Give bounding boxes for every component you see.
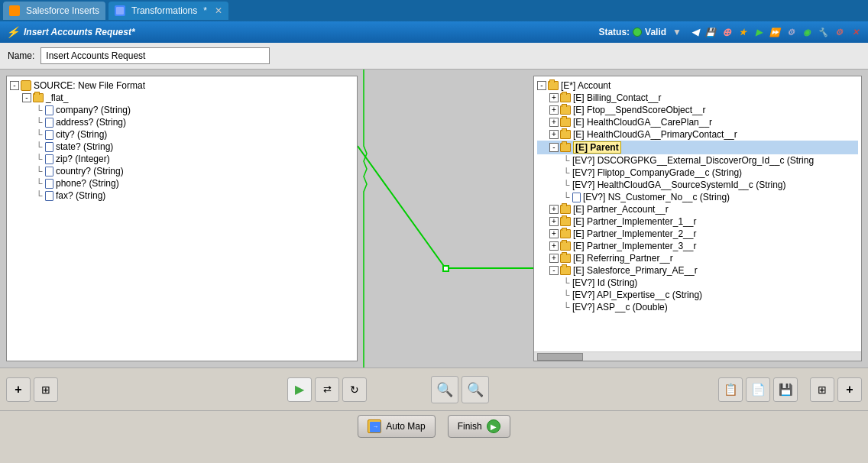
- add-right-button[interactable]: +: [837, 377, 862, 402]
- healthsource-label: [EV?] HealthCloudGA__SourceSystemId__c (…: [572, 180, 785, 190]
- auto-map-icon: →: [368, 419, 381, 433]
- left-tree[interactable]: - SOURCE: New File Format - _flat_ └ com…: [7, 76, 357, 361]
- toolbar-add-icon[interactable]: ⊕: [720, 25, 734, 39]
- transformations-tab-label: Transformations: [131, 5, 197, 16]
- sfpae-expand-btn[interactable]: -: [549, 266, 559, 275]
- toolbar-settings-icon[interactable]: ⚙: [784, 25, 798, 39]
- toolbar-green2-icon[interactable]: ⏩: [768, 25, 782, 39]
- list-item: + [E] Billing_Contact__r: [537, 92, 858, 104]
- toolbar-back-icon[interactable]: ◀: [688, 25, 701, 39]
- fliptop-label: [EV?] Fliptop_CompanyGrade__c (String): [572, 167, 742, 178]
- flat-expand-btn[interactable]: -: [22, 93, 31, 102]
- list-item: └ address? (String): [10, 116, 354, 128]
- list-item: + [E] Partner_Implementer_3__r: [537, 240, 858, 252]
- finish-icon: ▶: [487, 419, 500, 433]
- hcgap-label: [E] HealthCloudGA__PrimaryContact__r: [573, 129, 737, 140]
- parent-item[interactable]: - [E] Parent: [537, 141, 858, 154]
- filter-button[interactable]: ⊞: [34, 377, 58, 402]
- toolbar-star-icon[interactable]: ★: [736, 25, 750, 39]
- salesforce-tab-label: Salesforce Inserts: [26, 5, 99, 16]
- toolbar-bar: ⚡ Insert Accounts Request* Status: Valid…: [0, 21, 868, 43]
- toolbar-settings2-icon[interactable]: ⚙: [832, 25, 846, 39]
- refresh-button[interactable]: ↻: [342, 377, 367, 402]
- toolbar-green1-icon[interactable]: ▶: [752, 25, 766, 39]
- zoom-out-button[interactable]: 🔍: [462, 376, 489, 403]
- ev-id-label: [EV?] Id (String): [572, 277, 637, 288]
- copy-button[interactable]: 📋: [718, 377, 743, 402]
- pa-expand-btn[interactable]: +: [549, 205, 559, 214]
- btm-right-group: 📋 📄 💾 ⊞ +: [718, 377, 862, 402]
- name-input[interactable]: [40, 47, 270, 64]
- tab-close-icon[interactable]: ✕: [215, 5, 222, 16]
- hcgap-expand-btn[interactable]: +: [549, 130, 559, 139]
- pi2-expand-btn[interactable]: +: [549, 229, 559, 238]
- phone-label: phone? (String): [56, 178, 119, 189]
- toolbar-save-icon[interactable]: 💾: [704, 25, 717, 39]
- root-expand-btn[interactable]: -: [10, 81, 19, 90]
- list-item: └ [EV?] API_Expertise__c (String): [537, 289, 858, 301]
- left-panel: - SOURCE: New File Format - _flat_ └ com…: [6, 76, 358, 361]
- import-button[interactable]: ▶: [287, 377, 312, 402]
- pa-label: [E] Partner_Account__r: [573, 204, 669, 215]
- hcga-folder-icon: [560, 118, 571, 127]
- status-dropdown-icon[interactable]: ▼: [672, 27, 682, 37]
- hcga-expand-btn[interactable]: +: [549, 118, 559, 127]
- settings-right-button[interactable]: ⊞: [810, 377, 834, 402]
- hscrollbar-thumb[interactable]: [537, 353, 583, 361]
- leaf-line: └: [34, 141, 44, 152]
- rp-folder-icon: [560, 254, 571, 263]
- refresh-icon: ↻: [350, 384, 359, 396]
- paste-button[interactable]: 📄: [746, 377, 770, 402]
- toolbar-app-icon: ⚡: [6, 26, 19, 38]
- tab-transformations[interactable]: Transformations * ✕: [108, 2, 228, 20]
- pi3-folder-icon: [560, 241, 571, 251]
- list-item: + [E] Partner_Account__r: [537, 203, 858, 215]
- export-button[interactable]: 💾: [773, 377, 798, 402]
- toolbar-title: Insert Accounts Request*: [24, 27, 598, 37]
- network-button[interactable]: ⇄: [315, 377, 339, 402]
- toolbar-close-icon[interactable]: ✕: [848, 25, 862, 39]
- auto-map-button[interactable]: → Auto Map: [358, 415, 435, 438]
- toolbar-icons: ◀ 💾 ⊕ ★ ▶ ⏩ ⚙ ◉ 🔧 ⚙ ✕: [688, 25, 862, 39]
- ns-doc-icon: [572, 193, 581, 202]
- zoom-in-button[interactable]: 🔍: [431, 376, 458, 403]
- billing-folder-icon: [560, 93, 571, 102]
- toolbar-circle-icon[interactable]: ◉: [800, 25, 814, 39]
- list-item: └ [EV?] DSCORGPKG__External_DiscoverOrg_…: [537, 154, 858, 167]
- root-label: SOURCE: New File Format: [34, 80, 145, 91]
- connector-svg: [358, 70, 533, 367]
- finish-button[interactable]: Finish ▶: [448, 415, 510, 438]
- status-area: Status: Valid ▼: [598, 27, 682, 37]
- pi1-expand-btn[interactable]: +: [549, 217, 559, 226]
- rp-expand-btn[interactable]: +: [549, 254, 559, 263]
- zoom-group: 🔍 🔍: [431, 376, 489, 403]
- tab-salesforce-inserts[interactable]: Salesforce Inserts: [3, 2, 105, 20]
- leaf-line: └: [562, 155, 571, 166]
- pi3-expand-btn[interactable]: +: [549, 241, 559, 251]
- salesforce-tab-icon: [9, 5, 20, 16]
- toolbar-wrench-icon[interactable]: 🔧: [816, 25, 830, 39]
- add-button[interactable]: +: [6, 377, 31, 402]
- ftop-expand-btn[interactable]: +: [549, 105, 559, 115]
- right-tree[interactable]: - [E*] Account + [E] Billing_Contact__r …: [534, 76, 861, 351]
- name-label: Name:: [8, 50, 34, 61]
- pi1-label: [E] Partner_Implementer_1__r: [573, 216, 696, 227]
- zip-label: zip? (Integer): [56, 154, 110, 164]
- account-expand-btn[interactable]: -: [537, 81, 546, 90]
- billing-expand-btn[interactable]: +: [549, 93, 559, 102]
- list-item: + [E] Ftop__SpendScoreObject__r: [537, 104, 858, 116]
- list-item: + [E] Referring_Partner__r: [537, 252, 858, 264]
- list-item: + [E] HealthCloudGA__CarePlan__r: [537, 116, 858, 128]
- pi2-label: [E] Partner_Implementer_2__r: [573, 228, 696, 239]
- right-panel-hscrollbar[interactable]: [534, 351, 861, 361]
- list-item: └ [EV?] ASP__c (Double): [537, 301, 858, 313]
- zoom-out-icon: 🔍: [467, 381, 484, 398]
- parent-expand-btn[interactable]: -: [549, 143, 559, 152]
- leaf-line: └: [562, 167, 571, 178]
- right-content: - [E*] Account + [E] Billing_Contact__r …: [534, 76, 861, 351]
- left-root-item: - SOURCE: New File Format: [10, 79, 354, 92]
- pi2-folder-icon: [560, 229, 571, 238]
- parent-folder-icon: [560, 143, 571, 152]
- ev-api-label: [EV?] API_Expertise__c (String): [572, 290, 702, 300]
- pi1-folder-icon: [560, 217, 571, 226]
